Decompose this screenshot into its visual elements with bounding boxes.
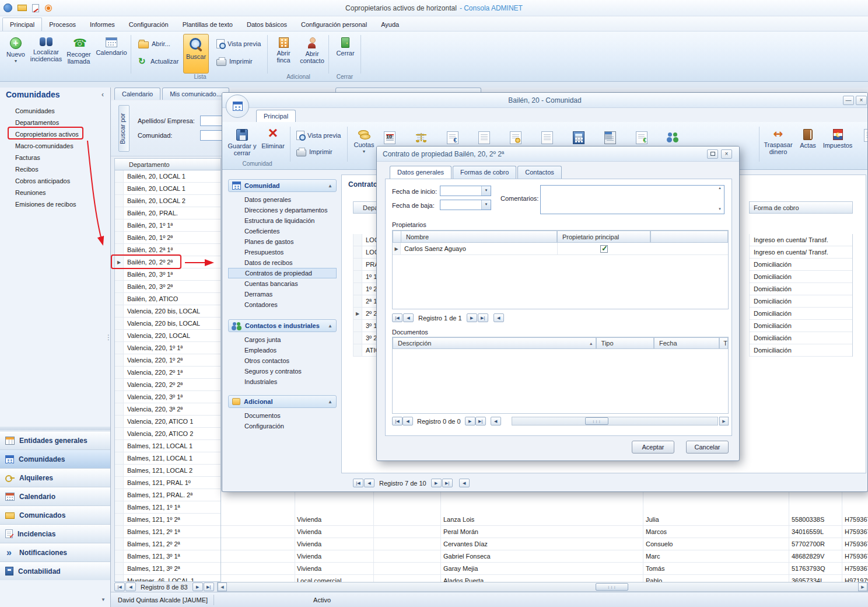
menu-item[interactable]: Plantillas de texto [176, 18, 240, 31]
modal-close-button[interactable]: × [721, 149, 732, 159]
departamento-row[interactable]: Valencia, 220, 2º 1ª [115, 367, 220, 379]
tab-mis-comunicados[interactable]: Mis comunicado... [162, 88, 229, 100]
dialog-nav-item[interactable]: Presupuestos [228, 247, 337, 257]
sidebar-item[interactable]: Departamentos [0, 117, 110, 128]
forma-cobro-cell[interactable]: Ingreso en cuenta/ Transf. [750, 246, 852, 259]
sidebar-item[interactable]: Comunidades [0, 105, 110, 117]
menu-item[interactable]: Informes [83, 18, 122, 31]
horizontal-scrollbar[interactable]: ◀ | | | ▶ [217, 582, 868, 592]
dialog-nav-item[interactable]: Datos de recibos [228, 257, 337, 268]
departamento-row[interactable]: Balmes, 121, PRAL. 2ª [115, 489, 220, 501]
col-fecha[interactable]: Fecha [654, 337, 719, 349]
modal-titlebar[interactable]: Contrato de propiedad Bailén, 20, 2º 2ª [377, 146, 739, 162]
table-row[interactable]: Vivienda Garay Mejia Tomás 51763793Q H75… [221, 563, 868, 575]
configure-buttons-arrow[interactable]: ▼ [101, 597, 106, 602]
clipped-ribbon-button[interactable] [858, 125, 868, 162]
next-record-button[interactable]: ▶ [192, 582, 203, 591]
modal-tab[interactable]: Datos generales [390, 166, 452, 179]
menu-item[interactable]: Datos básicos [240, 18, 294, 31]
localizar-incidencias-button[interactable]: Localizar incidencias [30, 34, 62, 74]
departamento-row[interactable]: Bailén, 20, 1º 1ª [115, 219, 220, 232]
nuevo-button[interactable]: Nuevo ▼ [4, 34, 28, 74]
sidebar-nav-button[interactable]: Alquileres [0, 468, 110, 487]
departamento-row[interactable]: Bailén, 20, 3º 2ª [115, 281, 220, 293]
sidebar-item[interactable]: Emisiones de recibos [0, 198, 110, 210]
departamento-row[interactable]: Balmes, 121, PRAL 1º [115, 477, 220, 489]
previous-record-button[interactable]: ◀ [125, 582, 136, 591]
first-record-button[interactable]: |◀ [392, 313, 402, 322]
departamento-row[interactable]: Bailén, 20, 2ª 1ª [115, 244, 220, 256]
sidebar-nav-button[interactable]: Calendario [0, 487, 110, 505]
forma-cobro-cell[interactable]: Domiciliación [750, 295, 852, 308]
recoger-llamada-button[interactable]: Recoger llamada [64, 34, 93, 74]
vista-previa-button[interactable]: Vista previa [214, 37, 264, 50]
forma-cobro-cell[interactable]: Domiciliación [750, 271, 852, 283]
departamento-row[interactable]: ▶ Bailén, 20, 2º 2ª [115, 256, 220, 268]
col-tipo[interactable]: Tipo [596, 337, 654, 349]
forma-cobro-cell[interactable]: Domiciliación [750, 308, 852, 320]
scroll-left-arrow[interactable]: ◀ [459, 479, 470, 487]
col-nombre[interactable]: Nombre [401, 231, 557, 243]
forma-cobro-cell[interactable]: Ingreso en cuenta/ Transf. [750, 234, 852, 246]
departamento-row[interactable]: Valencia, 220, 1º 2ª [115, 354, 220, 367]
col-t[interactable]: T [719, 337, 728, 349]
nav-section-comunidad[interactable]: Comunidad ▲ [228, 179, 337, 192]
next-record-button[interactable]: ▶ [431, 479, 442, 487]
departamento-row[interactable]: Balmes, 121, 3º 1ª [115, 550, 220, 563]
sidebar-splitter[interactable] [0, 427, 110, 430]
departamento-row[interactable]: Bailén, 20, ATICO [115, 293, 220, 305]
departamento-row[interactable]: Bailén, 20, LOCAL 1 [115, 170, 220, 183]
guardar-cerrar-button[interactable]: Guardar y cerrar [227, 125, 257, 162]
propietario-row[interactable]: ▶ Carlos Saenz Aguayo [393, 243, 728, 255]
menu-item[interactable]: Ayuda [374, 18, 406, 31]
departamento-row[interactable]: Valencia, 220, 2º 2ª [115, 379, 220, 391]
impuestos-button[interactable]: Impuestos [822, 125, 853, 162]
principal-checkbox[interactable] [600, 245, 608, 253]
menu-item[interactable]: Principal [2, 18, 42, 31]
forma-cobro-header[interactable]: Forma de cobro [749, 201, 853, 214]
dialog-nav-item[interactable]: Configuración [228, 421, 337, 431]
sidebar-nav-button[interactable]: Entidades generales [0, 431, 110, 449]
scroll-left-arrow[interactable]: ◀ [218, 582, 227, 591]
departamento-row[interactable]: Balmes, 121, 2º 2ª [115, 538, 220, 550]
sidebar-nav-button[interactable]: Comunicados [0, 505, 110, 524]
dialog-nav-item[interactable]: Cargos junta [228, 334, 337, 345]
departamento-row[interactable]: Bailén, 20, PRAL. [115, 207, 220, 219]
table-row[interactable]: Local comercial Alados Puerta Pablo 3695… [221, 575, 868, 582]
departamento-row[interactable]: Bailén, 20, LOCAL 2 [115, 195, 220, 207]
cancelar-button[interactable]: Cancelar [686, 441, 729, 453]
dialog-nav-item[interactable]: Estructura de liquidación [228, 215, 337, 226]
departamento-row[interactable]: Muntaner, 46, LOCAL 1 [115, 575, 220, 582]
last-record-button[interactable]: ▶| [204, 582, 214, 591]
calendario-button[interactable]: Calendario [95, 34, 128, 74]
aceptar-button[interactable]: Aceptar [632, 441, 674, 453]
departamento-row[interactable]: Balmes, 121, 1º 1ª [115, 501, 220, 514]
sidebar-item[interactable]: Reuniones [0, 187, 110, 198]
departamento-row[interactable]: Valencia, 220, 1º 1ª [115, 342, 220, 354]
departamento-row[interactable]: Bailén, 20, 1º 2ª [115, 232, 220, 244]
dialog-nav-item[interactable]: Industriales [228, 376, 337, 387]
collapse-sidebar-button[interactable]: ‹ [98, 90, 107, 100]
menu-item[interactable]: Configuración [122, 18, 176, 31]
dialog-nav-item[interactable]: Datos generales [228, 194, 337, 205]
menu-item[interactable]: Procesos [42, 18, 83, 31]
forma-cobro-cell[interactable]: Domiciliación [750, 320, 852, 332]
last-record-button[interactable]: ▶| [442, 479, 453, 487]
modal-window-button[interactable] [707, 149, 718, 159]
departamento-row[interactable]: Bailén, 20, 3º 1ª [115, 268, 220, 281]
departamento-row[interactable]: Valencia, 220, ATICO 2 [115, 428, 220, 440]
table-row[interactable]: Vivienda Peral Morán Marcos 34016559L H7… [221, 526, 868, 538]
dialog-nav-item[interactable]: Empleados [228, 345, 337, 355]
documentos-scrollbar[interactable]: | | | [512, 417, 718, 425]
first-record-button[interactable]: |◀ [114, 582, 125, 591]
buscar-button[interactable]: Buscar [183, 34, 209, 74]
departamento-row[interactable]: Valencia, 220, ATICO 1 [115, 416, 220, 428]
next-record-button[interactable]: ▶ [467, 313, 477, 322]
departamento-row[interactable]: Balmes, 121, 3º 2ª [115, 563, 220, 575]
col-descripcion[interactable]: Descripción ▲ [393, 337, 596, 349]
first-record-button[interactable]: |◀ [353, 479, 363, 487]
sidebar-nav-button[interactable]: Incidencias [0, 524, 110, 543]
sidebar-nav-button[interactable]: Comunidades [0, 449, 110, 468]
scroll-left-arrow[interactable]: ◀ [491, 417, 501, 425]
scroll-right-arrow[interactable]: ▶ [858, 582, 867, 591]
